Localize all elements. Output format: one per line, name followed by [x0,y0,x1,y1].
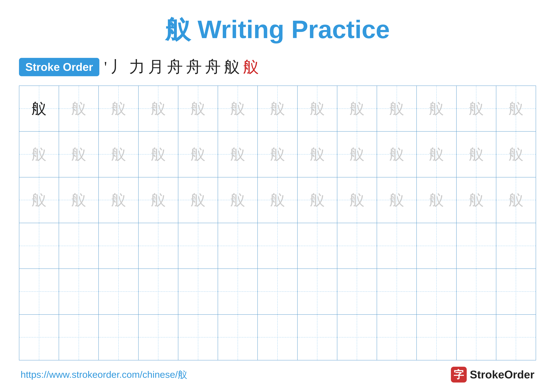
char-guide: 舣 [429,99,444,119]
cell-r3-c13[interactable]: 舣 [496,178,536,223]
cell-r2-c4[interactable]: 舣 [139,132,178,177]
char-guide: 舣 [350,190,365,210]
cell-r3-c7[interactable]: 舣 [258,178,297,223]
cell-r3-c5[interactable]: 舣 [178,178,218,223]
cell-r1-c3[interactable]: 舣 [99,86,139,131]
cell-r6-c2[interactable] [59,315,99,360]
cell-r5-c2[interactable] [59,269,99,314]
cell-r2-c9[interactable]: 舣 [337,132,377,177]
cell-r4-c10[interactable] [377,223,417,269]
cell-r5-c8[interactable] [298,269,337,314]
cell-r3-c9[interactable]: 舣 [337,178,377,223]
cell-r6-c4[interactable] [139,315,178,360]
cell-r2-c10[interactable]: 舣 [377,132,417,177]
cell-r1-c9[interactable]: 舣 [337,86,377,131]
cell-r1-c4[interactable]: 舣 [139,86,178,131]
website-link[interactable]: https://www.strokeorder.com/chinese/舣 [21,368,187,381]
cell-r5-c4[interactable] [139,269,178,314]
char-guide: 舣 [270,99,285,119]
cell-r4-c6[interactable] [218,223,258,269]
cell-r5-c3[interactable] [99,269,139,314]
cell-r3-c10[interactable]: 舣 [377,178,417,223]
cell-r4-c4[interactable] [139,223,178,269]
cell-r4-c11[interactable] [417,223,456,269]
char-guide: 舣 [270,190,285,210]
cell-r5-c12[interactable] [457,269,496,314]
cell-r1-c7[interactable]: 舣 [258,86,297,131]
cell-r4-c13[interactable] [496,223,536,269]
cell-r4-c9[interactable] [337,223,377,269]
cell-r6-c3[interactable] [99,315,139,360]
cell-r3-c6[interactable]: 舣 [218,178,258,223]
cell-r1-c11[interactable]: 舣 [417,86,456,131]
cell-r4-c5[interactable] [178,223,218,269]
cell-r5-c13[interactable] [496,269,536,314]
cell-r6-c7[interactable] [258,315,297,360]
cell-r1-c6[interactable]: 舣 [218,86,258,131]
cell-r2-c5[interactable]: 舣 [178,132,218,177]
char-guide: 舣 [310,190,325,210]
cell-r6-c13[interactable] [496,315,536,360]
cell-r1-c1[interactable]: 舣 [19,86,59,131]
cell-r4-c7[interactable] [258,223,297,269]
cell-r2-c6[interactable]: 舣 [218,132,258,177]
cell-r4-c12[interactable] [457,223,496,269]
cell-r6-c11[interactable] [417,315,456,360]
cell-r1-c10[interactable]: 舣 [377,86,417,131]
cell-r2-c1[interactable]: 舣 [19,132,59,177]
cell-r3-c12[interactable]: 舣 [457,178,496,223]
cell-r2-c12[interactable]: 舣 [457,132,496,177]
cell-r5-c5[interactable] [178,269,218,314]
cell-r5-c7[interactable] [258,269,297,314]
char-guide: 舣 [190,99,205,119]
stroke-sequence: ' 丿 力 月 舟 舟 舟 舣 舣 [104,56,259,78]
cell-r1-c13[interactable]: 舣 [496,86,536,131]
cell-r5-c9[interactable] [337,269,377,314]
char-guide: 舣 [71,190,86,210]
cell-r6-c9[interactable] [337,315,377,360]
grid-row-2: 舣 舣 舣 舣 舣 舣 舣 舣 舣 舣 舣 舣 舣 [19,132,536,177]
cell-r4-c2[interactable] [59,223,99,269]
cell-r3-c8[interactable]: 舣 [298,178,337,223]
stroke-3: 力 [129,56,145,78]
cell-r3-c11[interactable]: 舣 [417,178,456,223]
cell-r2-c7[interactable]: 舣 [258,132,297,177]
cell-r4-c3[interactable] [99,223,139,269]
char-guide: 舣 [389,144,404,164]
stroke-8: 舣 [224,56,240,78]
stroke-6: 舟 [186,56,202,78]
cell-r3-c1[interactable]: 舣 [19,178,59,223]
cell-r6-c12[interactable] [457,315,496,360]
cell-r2-c13[interactable]: 舣 [496,132,536,177]
logo-area: 字 StrokeOrder [451,367,534,383]
cell-r6-c1[interactable] [19,315,59,360]
char-guide: 舣 [151,144,166,164]
grid-row-6 [19,315,536,360]
cell-r3-c3[interactable]: 舣 [99,178,139,223]
cell-r1-c8[interactable]: 舣 [298,86,337,131]
cell-r5-c6[interactable] [218,269,258,314]
cell-r1-c5[interactable]: 舣 [178,86,218,131]
cell-r2-c3[interactable]: 舣 [99,132,139,177]
cell-r3-c4[interactable]: 舣 [139,178,178,223]
cell-r2-c11[interactable]: 舣 [417,132,456,177]
cell-r1-c2[interactable]: 舣 [59,86,99,131]
char-guide: 舣 [389,99,404,119]
stroke-7: 舟 [205,56,221,78]
cell-r2-c2[interactable]: 舣 [59,132,99,177]
char-guide: 舣 [71,144,86,164]
cell-r4-c8[interactable] [298,223,337,269]
cell-r5-c10[interactable] [377,269,417,314]
cell-r6-c10[interactable] [377,315,417,360]
char-guide: 舣 [469,144,484,164]
cell-r6-c6[interactable] [218,315,258,360]
cell-r6-c5[interactable] [178,315,218,360]
cell-r6-c8[interactable] [298,315,337,360]
cell-r1-c12[interactable]: 舣 [457,86,496,131]
cell-r2-c8[interactable]: 舣 [298,132,337,177]
bottom-bar: https://www.strokeorder.com/chinese/舣 字 … [19,367,536,383]
cell-r4-c1[interactable] [19,223,59,269]
cell-r3-c2[interactable]: 舣 [59,178,99,223]
cell-r5-c1[interactable] [19,269,59,314]
cell-r5-c11[interactable] [417,269,456,314]
